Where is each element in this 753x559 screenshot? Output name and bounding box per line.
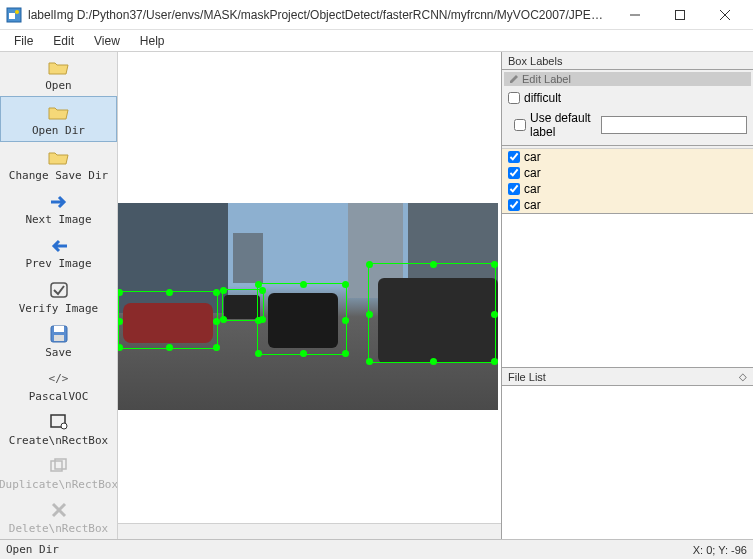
label-checkbox[interactable] — [508, 183, 520, 195]
open-button[interactable]: Open — [0, 52, 117, 96]
svg-point-2 — [15, 10, 19, 14]
minimize-button[interactable] — [612, 0, 657, 30]
canvas-scrollbar-horizontal[interactable] — [118, 523, 501, 539]
save-button[interactable]: Save — [0, 319, 117, 363]
duplicate-rectbox-button[interactable]: Duplicate\nRectBox — [0, 451, 117, 495]
svg-rect-9 — [54, 326, 64, 332]
menu-view[interactable]: View — [84, 32, 130, 50]
close-button[interactable] — [702, 0, 747, 30]
pascalvoc-button[interactable]: </> PascalVOC — [0, 363, 117, 407]
label-list-spacer — [502, 214, 753, 368]
difficult-row: difficult — [502, 88, 753, 108]
main-area: Open Open Dir Change Save Dir Next Image… — [0, 52, 753, 539]
image-canvas[interactable] — [118, 203, 498, 410]
delete-rectbox-button[interactable]: Delete\nRectBox — [0, 495, 117, 539]
title-bar: labelImg D:/Python37/User/envs/MASK/mask… — [0, 0, 753, 30]
menu-file[interactable]: File — [4, 32, 43, 50]
label-checkbox[interactable] — [508, 167, 520, 179]
bbox[interactable] — [257, 283, 347, 355]
default-label-row: Use default label — [502, 108, 753, 146]
label-checkbox[interactable] — [508, 151, 520, 163]
pin-icon[interactable]: ◇ — [739, 371, 747, 382]
next-image-button[interactable]: Next Image — [0, 186, 117, 230]
label-item[interactable]: car — [502, 165, 753, 181]
svg-rect-1 — [9, 13, 15, 19]
use-default-label-checkbox[interactable] — [514, 119, 526, 131]
arrow-left-icon — [47, 236, 71, 255]
box-labels-header: Box Labels — [502, 52, 753, 70]
check-icon — [47, 280, 71, 299]
svg-rect-7 — [51, 283, 67, 297]
prev-image-button[interactable]: Prev Image — [0, 230, 117, 274]
default-label-input[interactable] — [601, 116, 747, 134]
label-item[interactable]: car — [502, 149, 753, 165]
pencil-icon — [508, 73, 520, 85]
verify-image-button[interactable]: Verify Image — [0, 274, 117, 318]
menu-edit[interactable]: Edit — [43, 32, 84, 50]
left-toolbar: Open Open Dir Change Save Dir Next Image… — [0, 52, 118, 539]
status-bar: Open Dir X: 0; Y: -96 — [0, 539, 753, 559]
folder-open-dir-icon — [47, 103, 71, 122]
canvas-area[interactable] — [118, 52, 501, 539]
menu-help[interactable]: Help — [130, 32, 175, 50]
open-dir-button[interactable]: Open Dir — [0, 96, 117, 142]
duplicate-icon — [47, 457, 71, 476]
format-icon: </> — [47, 369, 71, 388]
save-icon — [47, 325, 71, 344]
svg-point-12 — [61, 423, 67, 429]
bbox[interactable] — [118, 291, 218, 349]
window-title: labelImg D:/Python37/User/envs/MASK/mask… — [28, 8, 612, 22]
svg-rect-4 — [675, 10, 684, 19]
file-list-header: File List ◇ — [502, 368, 753, 386]
status-coordinates: X: 0; Y: -96 — [693, 544, 747, 556]
edit-label-button[interactable]: Edit Label — [504, 72, 751, 86]
arrow-right-icon — [47, 192, 71, 211]
change-save-dir-button[interactable]: Change Save Dir — [0, 142, 117, 186]
right-panel: Box Labels Edit Label difficult Use defa… — [501, 52, 753, 539]
folder-open-icon — [47, 58, 71, 77]
svg-rect-10 — [54, 335, 64, 341]
label-item[interactable]: car — [502, 197, 753, 213]
app-icon — [6, 7, 22, 23]
label-checkbox[interactable] — [508, 199, 520, 211]
label-list: car car car car — [502, 148, 753, 214]
delete-icon — [47, 501, 71, 520]
difficult-label: difficult — [524, 91, 561, 105]
bbox[interactable] — [368, 263, 496, 363]
difficult-checkbox[interactable] — [508, 92, 520, 104]
rect-create-icon — [47, 413, 71, 432]
file-list[interactable] — [502, 386, 753, 539]
status-left: Open Dir — [6, 543, 693, 556]
menu-bar: File Edit View Help — [0, 30, 753, 52]
use-default-label-text: Use default label — [530, 111, 597, 139]
label-item[interactable]: car — [502, 181, 753, 197]
folder-save-icon — [47, 148, 71, 167]
create-rectbox-button[interactable]: Create\nRectBox — [0, 407, 117, 451]
maximize-button[interactable] — [657, 0, 702, 30]
